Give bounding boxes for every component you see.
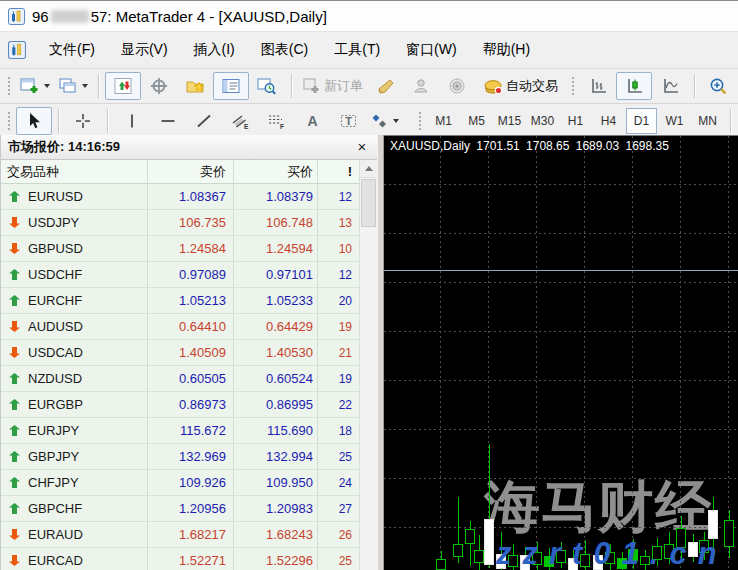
menu-item-f[interactable]: 文件(F) (36, 36, 108, 64)
table-row[interactable]: EURGBP 0.86973 0.86995 22 (1, 392, 359, 418)
mt4-window: 9657: MetaTrader 4 - [XAUUSD,Daily] 文件(F… (0, 0, 738, 570)
price-chart[interactable] (384, 136, 738, 570)
table-row[interactable]: EURAUD 1.68217 1.68243 26 (1, 522, 359, 548)
column-spread[interactable]: ! (317, 160, 359, 183)
timeframe-m1[interactable]: M1 (428, 108, 459, 134)
community-button[interactable] (403, 72, 439, 100)
new-order-button[interactable]: 新订单 (298, 72, 367, 100)
bid-value: 109.926 (147, 470, 233, 495)
symbol-label: USDCHF (28, 267, 82, 282)
line-chart-icon (661, 77, 680, 95)
chart-ohlc-header: XAUUSD,Daily 1701.51 1708.65 1689.03 169… (390, 139, 669, 153)
timeframe-w1[interactable]: W1 (659, 108, 690, 134)
crosshair-icon (74, 112, 92, 130)
table-row[interactable]: AUDUSD 0.64410 0.64429 19 (1, 314, 359, 340)
table-row[interactable]: USDCHF 0.97089 0.97101 12 (1, 262, 359, 288)
data-window-button[interactable] (141, 72, 177, 100)
table-row[interactable]: USDJPY 106.735 106.748 13 (1, 210, 359, 236)
toolbar-grip[interactable] (570, 75, 576, 97)
separator (694, 74, 695, 98)
equidistant-channel-button[interactable]: E (222, 107, 258, 135)
bar-chart-button[interactable] (580, 72, 616, 100)
bid-value: 0.97089 (147, 262, 233, 287)
market-watch-table: 交易品种 卖价 买价 ! EURUSD 1.08367 1.08379 12 U… (1, 160, 377, 570)
scrollbar-thumb[interactable] (361, 179, 376, 227)
column-ask[interactable]: 买价 (233, 160, 317, 183)
panel-splitter[interactable] (377, 135, 384, 570)
bid-value: 1.05213 (147, 288, 233, 313)
table-row[interactable]: GBPCHF 1.20956 1.20983 27 (1, 496, 359, 522)
metaeditor-button[interactable] (367, 72, 403, 100)
timeframe-mn[interactable]: MN (692, 108, 723, 134)
workspace: 市场报价: 14:16:59 × 交易品种 卖价 买价 ! EURUSD 1.0… (0, 135, 738, 570)
spread-value: 13 (317, 210, 359, 235)
strategy-tester-button[interactable] (249, 72, 285, 100)
bid-value: 1.40509 (147, 340, 233, 365)
timeframe-h1[interactable]: H1 (560, 108, 591, 134)
vertical-line-button[interactable] (114, 107, 150, 135)
timeframe-m15[interactable]: M15 (494, 108, 525, 134)
line-chart-button[interactable] (652, 72, 688, 100)
trend-arrow-icon (9, 347, 20, 358)
candlestick-chart-button[interactable] (616, 72, 652, 100)
zoom-in-button[interactable] (701, 72, 737, 100)
menu-item-v[interactable]: 显示(V) (108, 36, 181, 64)
toolbar-grip[interactable] (417, 110, 423, 132)
watermark-url: zzrt01.cn (496, 536, 728, 570)
symbol-label: CHFJPY (28, 475, 79, 490)
horizontal-line-button[interactable] (150, 107, 186, 135)
arrows-dropdown-button[interactable] (366, 107, 403, 135)
table-row[interactable]: EURJPY 115.672 115.690 18 (1, 418, 359, 444)
crosshair-button[interactable] (65, 107, 101, 135)
spread-value: 25 (317, 548, 359, 570)
cursor-button[interactable] (16, 107, 52, 135)
options-button[interactable] (439, 72, 475, 100)
chart-panel[interactable]: 海马财经 zzrt01.cn XAUUSD,Daily 1701.51 1708… (384, 135, 738, 570)
timeframe-d1[interactable]: D1 (626, 108, 657, 134)
menu-item-c[interactable]: 图表(C) (248, 36, 321, 64)
bid-value: 0.60505 (147, 366, 233, 391)
menu-item-h[interactable]: 帮助(H) (470, 36, 543, 64)
trend-arrow-icon (9, 503, 20, 514)
column-symbol[interactable]: 交易品种 (1, 160, 147, 183)
market-watch-toggle[interactable] (105, 72, 141, 100)
table-row[interactable]: EURCHF 1.05213 1.05233 20 (1, 288, 359, 314)
trendline-icon (195, 112, 213, 130)
options-icon (448, 77, 466, 95)
table-row[interactable]: NZDUSD 0.60505 0.60524 19 (1, 366, 359, 392)
new-chart-button[interactable] (16, 72, 54, 100)
community-icon (412, 77, 430, 95)
menu-item-w[interactable]: 窗口(W) (393, 36, 470, 64)
trendline-button[interactable] (186, 107, 222, 135)
column-bid[interactable]: 卖价 (147, 160, 233, 183)
table-row[interactable]: GBPJPY 132.969 132.994 25 (1, 444, 359, 470)
autotrading-button[interactable]: 自动交易 (479, 72, 562, 100)
toolbar-grip[interactable] (6, 75, 12, 97)
timeframe-m5[interactable]: M5 (461, 108, 492, 134)
separator (730, 109, 731, 133)
toolbar-grip[interactable] (6, 110, 12, 132)
menu-item-t[interactable]: 工具(T) (321, 36, 393, 64)
scrollbar[interactable] (359, 160, 377, 570)
horizontal-line-icon (159, 112, 177, 130)
profiles-button[interactable] (54, 72, 92, 100)
table-row[interactable]: EURUSD 1.08367 1.08379 12 (1, 184, 359, 210)
table-row[interactable]: GBPUSD 1.24584 1.24594 10 (1, 236, 359, 262)
terminal-toggle[interactable] (213, 72, 249, 100)
timeframe-m30[interactable]: M30 (527, 108, 558, 134)
timeframe-h4[interactable]: H4 (593, 108, 624, 134)
table-row[interactable]: CHFJPY 109.926 109.950 24 (1, 470, 359, 496)
text-label-button[interactable]: T (330, 107, 366, 135)
new-order-icon (302, 77, 322, 95)
text-button[interactable]: A (294, 107, 330, 135)
trend-arrow-icon (9, 321, 20, 332)
fibonacci-button[interactable]: F (258, 107, 294, 135)
scroll-up-button[interactable] (360, 160, 377, 178)
navigator-toggle[interactable] (177, 72, 213, 100)
table-row[interactable]: EURCAD 1.52271 1.52296 25 (1, 548, 359, 570)
trend-arrow-icon (9, 373, 20, 384)
chart-window-icon[interactable] (8, 41, 26, 59)
table-row[interactable]: USDCAD 1.40509 1.40530 21 (1, 340, 359, 366)
close-icon[interactable]: × (354, 139, 370, 155)
menu-item-i[interactable]: 插入(I) (181, 36, 248, 64)
